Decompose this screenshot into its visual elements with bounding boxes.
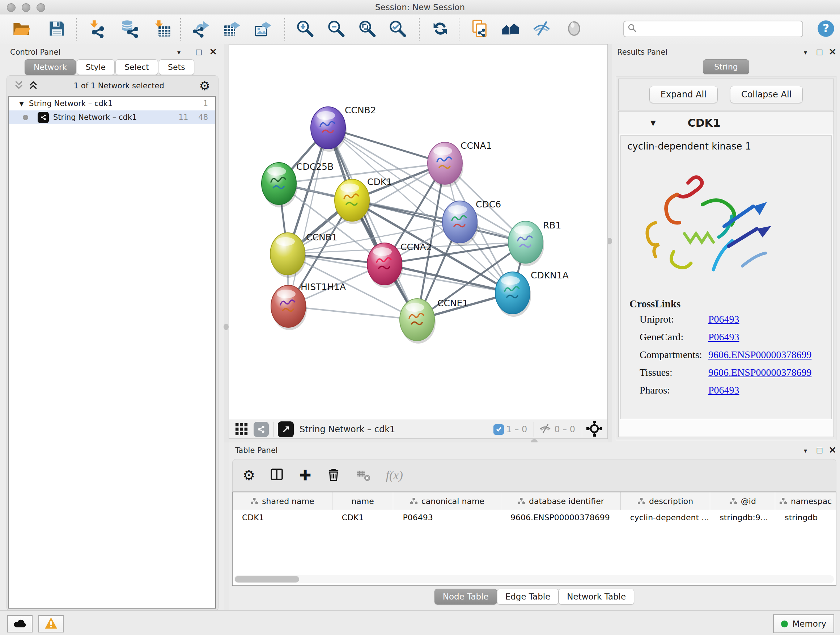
memory-button[interactable]: Memory	[773, 614, 834, 633]
search-input[interactable]	[640, 24, 802, 34]
network-node-CDC25B[interactable]: CDC25B	[262, 162, 333, 207]
open-in-new-window-icon[interactable]	[278, 421, 294, 437]
table-cell[interactable]: stringdb	[775, 510, 836, 524]
open-session-button[interactable]	[11, 19, 31, 39]
table-cell[interactable]: CDK1	[332, 510, 393, 524]
toolbar-search-field[interactable]	[623, 21, 803, 37]
table-cell[interactable]: cyclin-dependent ...	[621, 510, 711, 524]
warnings-button[interactable]	[38, 615, 64, 632]
tab-node-table[interactable]: Node Table	[434, 589, 497, 605]
panel-close-icon[interactable]: ×	[209, 48, 218, 55]
zoom-in-button[interactable]	[295, 19, 315, 39]
create-column-plus-icon[interactable]: ✚	[299, 468, 311, 483]
cloud-status-button[interactable]	[7, 615, 33, 632]
results-buttons-row: Expand All Collapse All	[618, 79, 834, 111]
delete-column-trash-icon[interactable]	[326, 467, 341, 484]
help-button[interactable]: ?	[816, 19, 836, 39]
gene-caret-icon[interactable]: ▼	[651, 119, 656, 127]
column-header-description[interactable]: description	[621, 492, 711, 510]
crosslink-link[interactable]: P06493	[708, 331, 739, 343]
expand-all-button[interactable]: Expand All	[649, 86, 718, 103]
table-cell[interactable]: 9606.ENSP00000378699	[501, 510, 621, 524]
share-view-icon[interactable]	[254, 422, 269, 437]
panel-close-icon[interactable]: ×	[829, 48, 837, 55]
clone-network-button[interactable]	[470, 19, 490, 39]
zoom-selected-button[interactable]	[388, 19, 407, 39]
crosslink-link[interactable]: 9606.ENSP00000378699	[708, 367, 812, 378]
function-builder-icon[interactable]: f(x)	[386, 469, 403, 482]
column-header-shared-name[interactable]: shared name	[233, 492, 332, 510]
panel-float-icon[interactable]: □	[816, 446, 823, 454]
table-cell[interactable]: CDK1	[233, 510, 332, 524]
panel-menu-icon[interactable]: ▾	[804, 49, 807, 57]
export-network-button[interactable]	[191, 19, 210, 39]
show-graphics-details-button[interactable]	[564, 19, 584, 39]
node-label-RB1: RB1	[543, 220, 561, 231]
right-splitter-grip[interactable]	[607, 238, 612, 244]
tab-string[interactable]: String	[703, 59, 749, 74]
left-splitter[interactable]	[224, 44, 229, 442]
refresh-network-button[interactable]	[431, 19, 450, 39]
tab-network-table[interactable]: Network Table	[559, 589, 634, 605]
tab-edge-table[interactable]: Edge Table	[497, 589, 559, 605]
save-session-button[interactable]	[47, 19, 66, 39]
table-settings-gear-icon[interactable]: ⚙	[243, 469, 255, 482]
column-label: namespac	[791, 497, 832, 506]
table-cell[interactable]: P06493	[393, 510, 501, 524]
panel-close-icon[interactable]: ×	[829, 446, 837, 453]
left-splitter-grip[interactable]	[224, 324, 229, 330]
panel-menu-icon[interactable]: ▾	[804, 447, 807, 455]
panel-float-icon[interactable]: □	[816, 48, 823, 56]
network-node-CCNB2[interactable]: CCNB2	[311, 105, 376, 152]
column-header-database-identifier[interactable]: database identifier	[501, 492, 621, 510]
panel-float-icon[interactable]: □	[195, 48, 202, 56]
column-header-canonical-name[interactable]: canonical name	[393, 492, 501, 510]
show-columns-icon[interactable]	[270, 467, 285, 484]
collapse-all-button[interactable]: Collapse All	[730, 86, 803, 103]
column-header-name[interactable]: name	[332, 492, 393, 510]
tab-style[interactable]: Style	[77, 59, 115, 75]
birdseye-crosshair-icon[interactable]	[586, 421, 602, 438]
import-network-file-button[interactable]	[88, 19, 107, 39]
network-view[interactable]: CCNB2CCNA1CDC25BCDK1CDC6RB1CCNB1CCNA2HIS…	[229, 44, 608, 420]
selected-checkbox[interactable]	[493, 424, 504, 435]
hide-selected-button[interactable]	[532, 19, 551, 39]
tab-sets[interactable]: Sets	[159, 59, 194, 75]
network-node-CCNE1[interactable]: CCNE1	[400, 298, 468, 344]
crosslink-link[interactable]: P06493	[708, 314, 739, 325]
crosslink-link[interactable]: 9606.ENSP00000378699	[708, 349, 812, 361]
table-cell[interactable]: stringdb:9...	[710, 510, 775, 524]
expand-all-icon[interactable]	[28, 80, 39, 92]
network-node-CDKN1A[interactable]: CDKN1A	[495, 270, 569, 317]
table-row[interactable]: CDK1CDK1P064939606.ENSP00000378699cyclin…	[233, 510, 836, 524]
horizontal-scrollbar[interactable]	[234, 575, 834, 583]
zoom-fit-button[interactable]	[357, 19, 377, 39]
column-header-namespac[interactable]: namespac	[775, 492, 836, 510]
network-node-CDK1[interactable]: CDK1	[335, 177, 392, 224]
gear-icon[interactable]: ⚙	[199, 79, 210, 93]
network-node-RB1[interactable]: RB1	[508, 220, 561, 266]
import-table-file-button[interactable]	[153, 19, 172, 39]
export-image-button[interactable]	[253, 19, 273, 39]
crosslink-link[interactable]: P06493	[708, 385, 739, 396]
panel-menu-icon[interactable]: ▾	[177, 49, 180, 57]
network-canvas[interactable]: CCNB2CCNA1CDC25BCDK1CDC6RB1CCNB1CCNA2HIS…	[229, 44, 607, 420]
tree-caret-icon[interactable]: ▼	[19, 100, 24, 107]
column-header--id[interactable]: @id	[710, 492, 775, 510]
network-collection-row[interactable]: ▼ String Network – cdk1 1	[9, 97, 215, 111]
scrollbar-thumb[interactable]	[235, 576, 299, 583]
network-node-HIST1H1A[interactable]: HIST1H1A	[271, 282, 346, 330]
network-node-CCNA1[interactable]: CCNA1	[428, 141, 492, 187]
hidden-eye-icon[interactable]	[538, 422, 552, 437]
export-table-button[interactable]	[222, 19, 242, 39]
clear-table-icon[interactable]	[355, 467, 371, 484]
zoom-out-button[interactable]	[326, 19, 346, 39]
tab-select[interactable]: Select	[115, 59, 158, 75]
network-row[interactable]: String Network – cdk1 11 48	[9, 111, 215, 124]
first-neighbors-button[interactable]	[501, 19, 521, 39]
import-network-database-button[interactable]	[120, 19, 140, 39]
gene-header[interactable]: ▼ CDK1	[619, 111, 834, 134]
tab-network[interactable]: Network	[25, 59, 76, 75]
collapse-all-icon[interactable]	[13, 80, 24, 92]
grid-view-icon[interactable]	[235, 422, 248, 437]
